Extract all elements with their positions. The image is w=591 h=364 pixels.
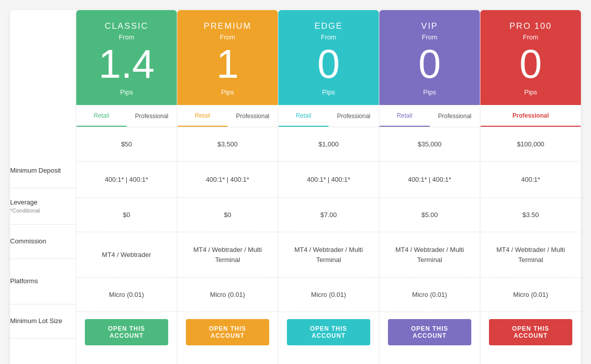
min-deposit-edge: $1,000: [278, 127, 379, 162]
btn-row-premium: OPEN THIS ACCOUNT: [177, 312, 278, 352]
leverage-premium: 400:1* | 400:1*: [177, 162, 278, 198]
tab-professional-pro[interactable]: Professional: [480, 105, 581, 127]
plan-tabs-edge: RetailProfessional: [278, 105, 379, 127]
plan-header-vip: VIPFrom0Pips: [379, 10, 480, 105]
min-lot-pro: Micro (0.01): [480, 278, 581, 312]
tab-retail-classic[interactable]: Retail: [76, 105, 127, 127]
btn-row-edge: OPEN THIS ACCOUNT: [278, 312, 379, 352]
label-commission: Commission: [10, 225, 76, 259]
plan-header-pro: PRO 100From0Pips: [480, 10, 581, 105]
plan-tabs-vip: RetailProfessional: [379, 105, 480, 127]
plan-name-vip: VIP: [421, 21, 438, 31]
label-min-lot: Minimum Lot Size: [10, 304, 76, 339]
label-leverage: Leverage *Conditional: [10, 188, 76, 225]
plan-pips-edge: Pips: [322, 88, 335, 96]
btn-row-vip: OPEN THIS ACCOUNT: [379, 312, 480, 352]
open-account-btn-classic[interactable]: OPEN THIS ACCOUNT: [85, 319, 168, 345]
tab-retail-vip[interactable]: Retail: [379, 105, 430, 127]
min-lot-vip: Micro (0.01): [379, 278, 480, 312]
min-lot-classic: Micro (0.01): [76, 278, 177, 312]
plan-name-premium: PREMIUM: [204, 21, 251, 31]
plan-name-pro: PRO 100: [510, 21, 552, 31]
min-deposit-pro: $100,000: [480, 127, 581, 162]
min-lot-premium: Micro (0.01): [177, 278, 278, 312]
plan-from-premium: From: [220, 33, 235, 41]
plan-tabs-premium: RetailProfessional: [177, 105, 278, 127]
platforms-classic: MT4 / Webtrader: [76, 232, 177, 278]
plan-col-classic: CLASSICFrom1.4PipsRetailProfessional$504…: [76, 10, 177, 364]
commission-edge: $7.00: [278, 198, 379, 232]
platforms-premium: MT4 / Webtrader / Multi Terminal: [177, 232, 278, 278]
plan-number-pro: 0: [519, 44, 542, 84]
tab-retail-edge[interactable]: Retail: [278, 105, 329, 127]
min-lot-edge: Micro (0.01): [278, 278, 379, 312]
commission-classic: $0: [76, 198, 177, 232]
min-deposit-vip: $35,000: [379, 127, 480, 162]
header-spacer: [10, 10, 76, 154]
plan-tabs-pro: Professional: [480, 105, 581, 127]
plan-col-premium: PREMIUMFrom1PipsRetailProfessional$3,500…: [177, 10, 278, 364]
btn-row-classic: OPEN THIS ACCOUNT: [76, 312, 177, 352]
plan-number-edge: 0: [317, 44, 340, 84]
open-account-btn-vip[interactable]: OPEN THIS ACCOUNT: [388, 319, 471, 345]
plan-pips-vip: Pips: [423, 88, 436, 96]
plan-pips-premium: Pips: [221, 88, 234, 96]
plan-from-classic: From: [119, 33, 134, 41]
comparison-table: Minimum Deposit Leverage *Conditional Co…: [10, 10, 581, 364]
leverage-pro: 400:1*: [480, 162, 581, 198]
label-btn-row: [10, 339, 76, 364]
commission-vip: $5.00: [379, 198, 480, 232]
commission-premium: $0: [177, 198, 278, 232]
tab-professional-premium[interactable]: Professional: [228, 105, 278, 127]
plan-header-premium: PREMIUMFrom1Pips: [177, 10, 278, 105]
platforms-edge: MT4 / Webtrader / Multi Terminal: [278, 232, 379, 278]
leverage-edge: 400:1* | 400:1*: [278, 162, 379, 198]
platforms-pro: MT4 / Webtrader / Multi Terminal: [480, 232, 581, 278]
label-platforms: Platforms: [10, 259, 76, 304]
plan-from-vip: From: [422, 33, 437, 41]
open-account-btn-pro[interactable]: OPEN THIS ACCOUNT: [489, 319, 572, 345]
label-min-deposit: Minimum Deposit: [10, 154, 76, 188]
plan-col-edge: EDGEFrom0PipsRetailProfessional$1,000400…: [278, 10, 379, 364]
plan-col-pro: PRO 100From0PipsProfessional$100,000400:…: [480, 10, 581, 364]
plan-name-classic: CLASSIC: [105, 21, 149, 31]
tab-retail-premium[interactable]: Retail: [177, 105, 228, 127]
min-deposit-premium: $3,500: [177, 127, 278, 162]
open-account-btn-premium[interactable]: OPEN THIS ACCOUNT: [186, 319, 269, 345]
plan-tabs-classic: RetailProfessional: [76, 105, 177, 127]
plan-header-edge: EDGEFrom0Pips: [278, 10, 379, 105]
commission-pro: $3.50: [480, 198, 581, 232]
plan-header-classic: CLASSICFrom1.4Pips: [76, 10, 177, 105]
platforms-vip: MT4 / Webtrader / Multi Terminal: [379, 232, 480, 278]
plan-number-vip: 0: [418, 44, 441, 84]
plan-col-vip: VIPFrom0PipsRetailProfessional$35,000400…: [379, 10, 480, 364]
tab-professional-vip[interactable]: Professional: [430, 105, 480, 127]
min-deposit-classic: $50: [76, 127, 177, 162]
tab-professional-edge[interactable]: Professional: [329, 105, 379, 127]
plan-from-pro: From: [523, 33, 538, 41]
plan-number-classic: 1.4: [98, 44, 155, 84]
label-column: Minimum Deposit Leverage *Conditional Co…: [10, 10, 76, 364]
btn-row-pro: OPEN THIS ACCOUNT: [480, 312, 581, 352]
leverage-vip: 400:1* | 400:1*: [379, 162, 480, 198]
open-account-btn-edge[interactable]: OPEN THIS ACCOUNT: [287, 319, 370, 345]
tab-professional-classic[interactable]: Professional: [127, 105, 177, 127]
plan-from-edge: From: [321, 33, 336, 41]
plan-pips-classic: Pips: [120, 88, 133, 96]
plan-number-premium: 1: [216, 44, 239, 84]
plan-name-edge: EDGE: [314, 21, 342, 31]
leverage-classic: 400:1* | 400:1*: [76, 162, 177, 198]
plan-pips-pro: Pips: [524, 88, 537, 96]
